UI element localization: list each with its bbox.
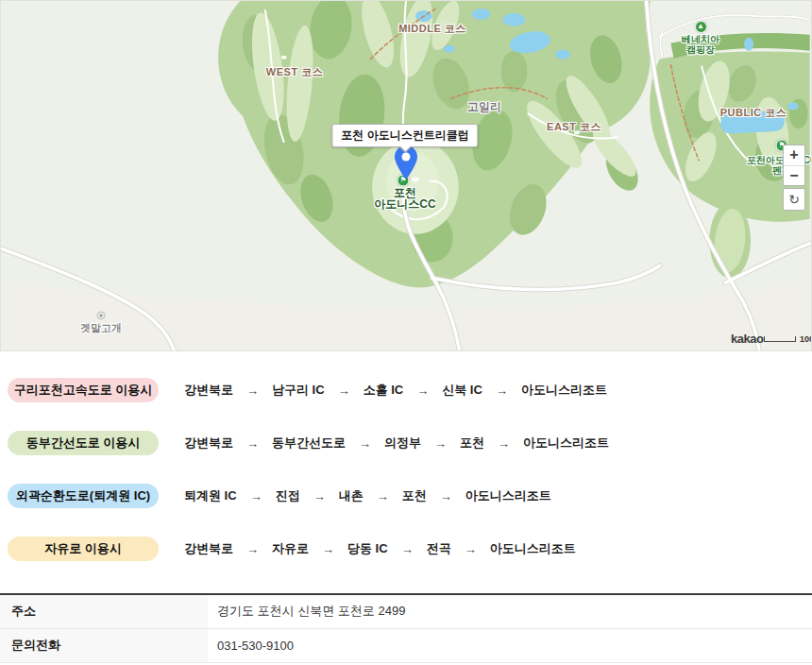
map-info-window[interactable]: 포천 아도니스컨트리클럽 [331, 124, 478, 147]
directions-section: 구리포천고속도로 이용시 강변북로 → 남구리 IC → 소홀 IC → 신북 … [0, 351, 812, 561]
arrow-icon: → [246, 384, 259, 398]
map-label-pass: 겟말고개 [80, 321, 122, 335]
contact-info-table: 주소 경기도 포천시 신북면 포천로 2499 문의전화 031-530-910… [0, 593, 812, 663]
route-step: 아도니스리조트 [465, 487, 551, 504]
campground-icon: ▲ [695, 21, 707, 33]
route-steps: 강변북로 → 동부간선도로 → 의정부 → 포천 → 아도니스리조트 [184, 435, 609, 452]
route-step: 동부간선도로 [272, 435, 346, 452]
route-step: 내촌 [339, 487, 364, 504]
map-label-public-course: PUBLIC 코스 [720, 106, 787, 120]
route-row-guri-pocheon: 구리포천고속도로 이용시 강변북로 → 남구리 IC → 소홀 IC → 신북 … [8, 378, 812, 402]
route-step: 남구리 IC [272, 382, 325, 399]
table-label: 문의전화 [0, 628, 208, 662]
campground-label-line2: 캠핑장 [682, 44, 719, 55]
map-label-east-course: EAST 코스 [547, 120, 601, 134]
route-badge: 외곽순환도로(퇴계원 IC) [8, 484, 159, 508]
route-step: 아도니스리조트 [521, 382, 607, 399]
arrow-icon: → [338, 384, 350, 398]
route-step: 강변북로 [184, 382, 233, 399]
golf-poi-line2: 아도니스CC [374, 198, 435, 210]
arrow-icon: → [465, 542, 477, 556]
arrow-icon: → [322, 542, 334, 556]
arrow-icon: → [246, 542, 259, 556]
route-step: 자유로 [272, 540, 309, 557]
arrow-icon: → [377, 489, 389, 503]
route-step: 퇴계원 IC [184, 487, 237, 504]
campground-label-line1: 베네치아 [682, 34, 719, 44]
arrow-icon: → [416, 384, 429, 398]
table-value: 031-530-9100 [208, 628, 812, 662]
zoom-control: + − [783, 145, 805, 186]
route-step: 진접 [276, 487, 300, 504]
kakao-logo[interactable]: kakao [731, 332, 763, 346]
arrow-icon: → [246, 436, 259, 451]
route-step: 전곡 [427, 540, 451, 557]
arrow-icon: → [498, 436, 510, 451]
route-step: 포천 [460, 435, 484, 452]
route-row-dongbu: 동부간선도로 이용시 강변북로 → 동부간선도로 → 의정부 → 포천 → 아도… [8, 431, 812, 455]
map-label-west-course: WEST 코스 [266, 65, 323, 79]
route-step: 신북 IC [442, 382, 482, 399]
route-step: 소홀 IC [364, 382, 404, 399]
pass-icon [97, 312, 106, 320]
map-label-middle-course: MIDDLE 코스 [398, 22, 466, 36]
map-scale-label: 100m [800, 334, 812, 344]
route-badge: 동부간선도로 이용시 [8, 431, 159, 455]
route-badge: 구리포천고속도로 이용시 [8, 378, 159, 402]
route-step: 포천 [402, 487, 427, 504]
map-label-village: 고일리 [467, 99, 501, 115]
arrow-icon: → [440, 489, 452, 503]
route-steps: 강변북로 → 자유로 → 당동 IC → 전곡 → 아도니스리조트 [184, 540, 576, 557]
arrow-icon: → [401, 542, 414, 556]
route-step: 의정부 [384, 435, 421, 452]
kakao-map[interactable]: MIDDLE 코스 WEST 코스 EAST 코스 PUBLIC 코스 고일리 … [0, 0, 812, 351]
table-label: 주소 [0, 594, 208, 628]
table-row-phone: 문의전화 031-530-9100 [0, 628, 812, 662]
route-step: 아도니스리조트 [523, 435, 609, 452]
arrow-icon: → [250, 489, 262, 503]
campground-poi: ▲ 베네치아 캠핑장 [682, 21, 719, 55]
route-step: 아도니스리조트 [490, 540, 576, 557]
route-step: 강변북로 [184, 540, 233, 557]
zoom-in-button[interactable]: + [784, 145, 804, 165]
map-scale-bar [764, 336, 796, 342]
table-row-address: 주소 경기도 포천시 신북면 포천로 2499 [0, 594, 812, 628]
table-value: 경기도 포천시 신북면 포천로 2499 [208, 594, 812, 628]
arrow-icon: → [496, 384, 508, 398]
arrow-icon: → [359, 436, 371, 451]
route-steps: 강변북로 → 남구리 IC → 소홀 IC → 신북 IC → 아도니스리조트 [184, 382, 607, 399]
route-row-outer-ring: 외곽순환도로(퇴계원 IC) 퇴계원 IC → 진접 → 내촌 → 포천 → 아… [8, 484, 812, 508]
route-row-jayuro: 자유로 이용시 강변북로 → 자유로 → 당동 IC → 전곡 → 아도니스리조… [8, 537, 812, 561]
refresh-button[interactable]: ↻ [783, 188, 805, 211]
route-step: 강변북로 [184, 435, 233, 452]
arrow-icon: → [313, 489, 326, 503]
route-step: 당동 IC [347, 540, 388, 557]
route-badge: 자유로 이용시 [8, 537, 159, 561]
zoom-out-button[interactable]: − [784, 166, 804, 186]
arrow-icon: → [434, 436, 447, 451]
route-steps: 퇴계원 IC → 진접 → 내촌 → 포천 → 아도니스리조트 [184, 487, 551, 504]
